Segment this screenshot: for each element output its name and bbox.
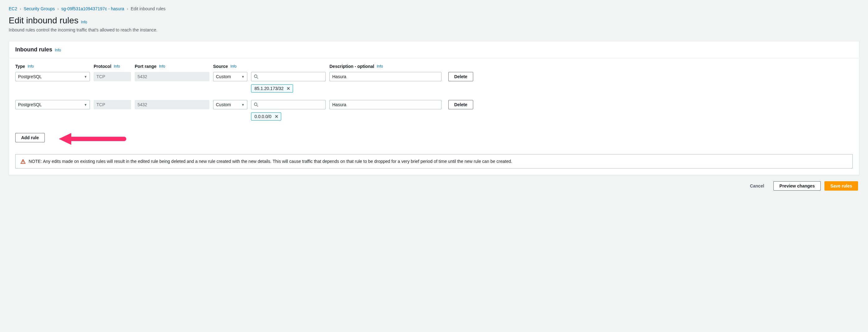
inbound-rules-panel: Inbound rules Info Type Info Protocol In…: [9, 41, 859, 175]
description-input[interactable]: [330, 72, 441, 81]
col-description-info[interactable]: Info: [377, 64, 383, 68]
type-select-value: PostgreSQL: [18, 102, 42, 107]
breadcrumb-current: Edit inbound rules: [131, 6, 165, 11]
col-port-range-info[interactable]: Info: [159, 64, 165, 68]
type-select[interactable]: PostgreSQL ▼: [15, 100, 90, 109]
port-range-field: 5432: [135, 72, 209, 81]
source-search-input[interactable]: [251, 100, 326, 109]
chevron-down-icon: ▼: [241, 103, 245, 107]
col-source: Source Info: [213, 64, 326, 69]
col-port-range-label: Port range: [135, 64, 156, 69]
page-title: Edit inbound rules Info: [9, 16, 859, 26]
description-input[interactable]: [330, 100, 441, 109]
svg-marker-4: [59, 133, 71, 145]
col-port-range: Port range Info: [135, 64, 209, 69]
col-description: Description - optional Info: [330, 64, 441, 69]
table-header: Type Info Protocol Info Port range Info …: [15, 61, 853, 71]
note-text: NOTE: Any edits made on existing rules w…: [29, 159, 512, 164]
note-box: NOTE: Any edits made on existing rules w…: [15, 154, 853, 168]
protocol-field: TCP: [94, 100, 131, 109]
warning-icon: [21, 159, 26, 164]
col-protocol-info[interactable]: Info: [114, 64, 120, 68]
chevron-right-icon: ›: [57, 6, 59, 11]
cancel-button[interactable]: Cancel: [744, 181, 770, 191]
breadcrumb-ec2[interactable]: EC2: [9, 6, 17, 11]
col-type-label: Type: [15, 64, 25, 69]
table-row: PostgreSQL ▼ TCP 5432 Custom ▼: [15, 95, 853, 123]
remove-token-icon[interactable]: ✕: [275, 114, 278, 119]
breadcrumb-security-groups[interactable]: Security Groups: [24, 6, 55, 11]
preview-changes-button[interactable]: Preview changes: [773, 181, 821, 191]
footer-actions: Cancel Preview changes Save rules: [9, 175, 859, 192]
page-title-text: Edit inbound rules: [9, 16, 79, 26]
source-cidr-token-text: 0.0.0.0/0: [254, 114, 272, 119]
type-select-value: PostgreSQL: [18, 74, 42, 79]
source-cidr-token: 85.1.20.173/32 ✕: [251, 84, 293, 92]
chevron-right-icon: ›: [20, 6, 21, 11]
col-type: Type Info: [15, 64, 90, 69]
add-rule-button[interactable]: Add rule: [15, 133, 45, 142]
col-type-info[interactable]: Info: [28, 64, 34, 68]
save-rules-button[interactable]: Save rules: [825, 181, 858, 191]
rules-table: Type Info Protocol Info Port range Info …: [15, 61, 853, 123]
svg-line-1: [257, 77, 258, 79]
chevron-down-icon: ▼: [84, 103, 87, 107]
svg-point-2: [254, 103, 257, 106]
col-protocol-label: Protocol: [94, 64, 112, 69]
col-description-label: Description - optional: [330, 64, 374, 69]
port-range-field: 5432: [135, 100, 209, 109]
chevron-down-icon: ▼: [241, 75, 245, 79]
source-cidr-token: 0.0.0.0/0 ✕: [251, 112, 281, 120]
chevron-right-icon: ›: [127, 6, 128, 11]
breadcrumb: EC2 › Security Groups › sg-09f531a109437…: [9, 6, 859, 11]
col-protocol: Protocol Info: [94, 64, 131, 69]
arrow-annotation-icon: [59, 131, 127, 147]
type-select[interactable]: PostgreSQL ▼: [15, 72, 90, 81]
col-source-info[interactable]: Info: [230, 64, 237, 68]
page-title-info-link[interactable]: Info: [81, 20, 87, 24]
source-mode-select[interactable]: Custom ▼: [213, 72, 247, 81]
col-source-label: Source: [213, 64, 228, 69]
search-icon: [254, 75, 258, 79]
delete-rule-button[interactable]: Delete: [448, 72, 473, 81]
panel-title: Inbound rules: [15, 47, 52, 53]
protocol-field: TCP: [94, 72, 131, 81]
chevron-down-icon: ▼: [84, 75, 87, 79]
remove-token-icon[interactable]: ✕: [286, 86, 290, 91]
svg-line-3: [257, 105, 258, 107]
source-mode-value: Custom: [216, 74, 231, 79]
delete-rule-button[interactable]: Delete: [448, 100, 473, 109]
breadcrumb-sg-item[interactable]: sg-09f531a109437197c - hasura: [61, 6, 124, 11]
svg-point-6: [23, 163, 23, 163]
panel-title-info-link[interactable]: Info: [55, 48, 61, 52]
source-cidr-token-text: 85.1.20.173/32: [254, 86, 283, 91]
table-row: PostgreSQL ▼ TCP 5432 Custom ▼: [15, 71, 853, 95]
search-icon: [254, 103, 258, 107]
page-subtitle: Inbound rules control the incoming traff…: [9, 27, 859, 32]
source-mode-select[interactable]: Custom ▼: [213, 100, 247, 109]
source-mode-value: Custom: [216, 102, 231, 107]
source-search-input[interactable]: [251, 72, 326, 81]
svg-point-0: [254, 75, 257, 78]
